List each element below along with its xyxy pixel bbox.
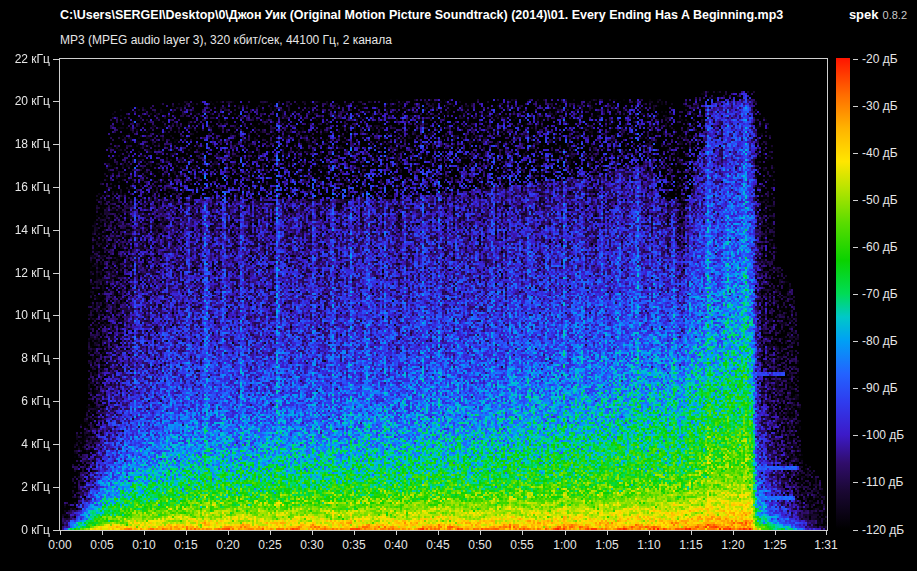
format-info: MP3 (MPEG audio layer 3), 320 кбит/сек, … (60, 33, 392, 47)
frequency-tick-label: 6 кГц (0, 394, 50, 408)
frequency-tick-label: 18 кГц (0, 137, 50, 151)
frequency-tick-label: 22 кГц (0, 52, 50, 66)
time-tick (228, 530, 229, 535)
time-tick (649, 530, 650, 535)
time-tick-label: 0:55 (500, 538, 544, 552)
time-tick-label: 0:35 (332, 538, 376, 552)
app-version: 0.8.2 (883, 9, 907, 21)
legend-tick (853, 247, 858, 248)
frequency-tick (53, 144, 59, 145)
frequency-tick-label: 0 кГц (0, 523, 50, 537)
time-tick-label: 1:20 (711, 538, 755, 552)
frequency-tick-label: 4 кГц (0, 437, 50, 451)
frequency-tick-label: 8 кГц (0, 351, 50, 365)
time-tick-label: 1:15 (669, 538, 713, 552)
legend-tick-label: -90 дБ (862, 381, 898, 395)
time-tick (312, 530, 313, 535)
app-brand: spek0.8.2 (849, 7, 907, 22)
time-tick-label: 1:31 (804, 538, 848, 552)
legend-tick-label: -80 дБ (862, 334, 898, 348)
spectrogram-canvas (60, 59, 827, 530)
legend-tick (853, 59, 858, 60)
spectrogram-plot (59, 58, 828, 531)
time-tick-label: 0:00 (38, 538, 82, 552)
time-tick-label: 0:40 (374, 538, 418, 552)
time-tick-label: 0:15 (164, 538, 208, 552)
time-tick-label: 1:25 (753, 538, 797, 552)
frequency-tick (53, 59, 59, 60)
time-tick-label: 0:30 (290, 538, 334, 552)
time-tick (607, 530, 608, 535)
time-tick (354, 530, 355, 535)
frequency-tick (53, 530, 59, 531)
frequency-tick-label: 14 кГц (0, 223, 50, 237)
legend-tick (853, 294, 858, 295)
time-tick-label: 0:25 (248, 538, 292, 552)
time-tick-label: 0:20 (206, 538, 250, 552)
time-tick-label: 0:50 (458, 538, 502, 552)
legend-tick-label: -20 дБ (862, 52, 898, 66)
legend-tick-label: -30 дБ (862, 99, 898, 113)
time-tick (826, 530, 827, 535)
time-tick-label: 1:00 (543, 538, 587, 552)
frequency-tick (53, 101, 59, 102)
legend-tick (853, 341, 858, 342)
legend-tick (853, 530, 858, 531)
time-tick (270, 530, 271, 535)
legend-tick (853, 153, 858, 154)
time-tick (775, 530, 776, 535)
time-tick-label: 0:45 (416, 538, 460, 552)
legend-tick-label: -70 дБ (862, 287, 898, 301)
legend-tick (853, 435, 858, 436)
file-path: C:\Users\SERGEI\Desktop\0\Джон Уик (Orig… (60, 8, 783, 22)
time-tick-label: 0:10 (122, 538, 166, 552)
frequency-tick (53, 358, 59, 359)
legend-tick-label: -40 дБ (862, 146, 898, 160)
legend-tick-label: -110 дБ (862, 475, 903, 489)
spek-window: C:\Users\SERGEI\Desktop\0\Джон Уик (Orig… (0, 0, 917, 571)
frequency-tick (53, 187, 59, 188)
legend-tick (853, 200, 858, 201)
app-name: spek (849, 7, 879, 22)
frequency-tick (53, 315, 59, 316)
time-tick (733, 530, 734, 535)
legend-tick-label: -100 дБ (862, 428, 904, 442)
legend-tick (853, 482, 858, 483)
frequency-tick (53, 273, 59, 274)
legend-tick (853, 106, 858, 107)
frequency-tick (53, 230, 59, 231)
time-tick (186, 530, 187, 535)
legend-tick (853, 388, 858, 389)
time-tick (480, 530, 481, 535)
frequency-tick-label: 20 кГц (0, 94, 50, 108)
frequency-tick-label: 10 кГц (0, 308, 50, 322)
legend-tick-label: -120 дБ (862, 523, 904, 537)
title-bar: C:\Users\SERGEI\Desktop\0\Джон Уик (Orig… (60, 7, 907, 22)
time-tick-label: 1:05 (585, 538, 629, 552)
time-tick-label: 0:05 (80, 538, 124, 552)
legend-tick-label: -50 дБ (862, 193, 898, 207)
time-tick (691, 530, 692, 535)
frequency-tick (53, 487, 59, 488)
time-tick (60, 530, 61, 535)
frequency-tick-label: 16 кГц (0, 180, 50, 194)
frequency-tick-label: 12 кГц (0, 266, 50, 280)
legend-colorbar (836, 58, 850, 529)
frequency-tick-label: 2 кГц (0, 480, 50, 494)
time-tick (102, 530, 103, 535)
time-tick (522, 530, 523, 535)
time-tick (144, 530, 145, 535)
legend-tick-label: -60 дБ (862, 240, 898, 254)
time-tick (565, 530, 566, 535)
time-tick-label: 1:10 (627, 538, 671, 552)
time-tick (396, 530, 397, 535)
frequency-tick (53, 444, 59, 445)
time-tick (438, 530, 439, 535)
frequency-tick (53, 401, 59, 402)
